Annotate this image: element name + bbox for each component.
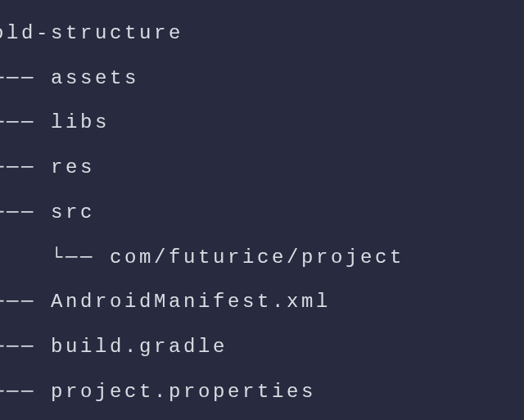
tree-line-manifest: ├── AndroidManifest.xml bbox=[0, 280, 524, 325]
directory-tree: old-structure ├── assets ├── libs ├── re… bbox=[0, 11, 524, 420]
tree-line-root: old-structure bbox=[0, 11, 524, 56]
tree-line-res: ├── res bbox=[0, 146, 524, 191]
tree-line-project-properties: ├── project.properties bbox=[0, 370, 524, 415]
tree-line-proguard: └── proguard-rules.pro bbox=[0, 414, 524, 420]
tree-line-assets: ├── assets bbox=[0, 56, 524, 102]
tree-line-package: │ └── com/futurice/project bbox=[0, 236, 524, 281]
tree-line-libs: ├── libs bbox=[0, 101, 524, 146]
tree-line-src: ├── src bbox=[0, 191, 524, 236]
tree-line-build-gradle: ├── build.gradle bbox=[0, 325, 524, 370]
